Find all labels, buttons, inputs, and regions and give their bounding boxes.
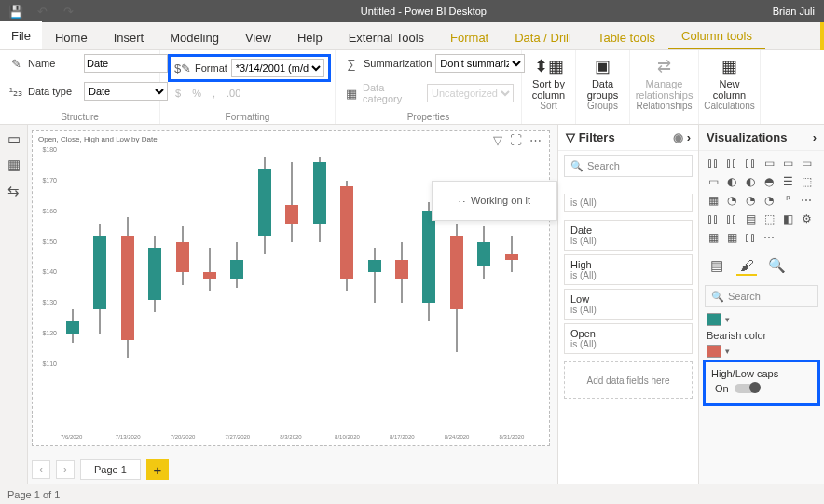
filter-search[interactable]: 🔍 Search [564,155,693,177]
decimal-icon[interactable]: .00 [227,88,240,99]
ribbon-tab-strip: File Home Insert Modeling View Help Exte… [0,22,824,50]
sort-icon: ⬍▦ [537,54,561,78]
next-page-button[interactable]: › [56,460,75,479]
filter-card[interactable]: Highis (All) [564,254,693,285]
collapse-viz-icon[interactable]: › [813,130,817,144]
viz-type-icon[interactable]: ◐ [723,173,740,190]
file-tab[interactable]: File [0,21,42,49]
category-icon: ▦ [343,85,359,102]
report-canvas[interactable]: ▽ ⛶ ⋯ Open, Close, High and Low by Date … [28,125,557,484]
filter-card[interactable]: Openis (All) [564,323,693,354]
sum-select[interactable]: Don't summarize [435,54,525,73]
filter-visual-icon[interactable]: ▽ [493,133,502,147]
viz-type-icon[interactable]: ᴿ [779,192,796,209]
collapse-filters-icon[interactable]: › [687,130,691,144]
analytics-icon[interactable]: 🔍 [766,255,787,276]
viz-type-icon[interactable]: ▭ [705,173,721,190]
viz-title: Visualizations [707,130,787,144]
fields-well-icon[interactable]: ▤ [707,255,727,276]
tab-format[interactable]: Format [437,25,501,49]
name-label: Name [28,58,80,69]
prev-page-button[interactable]: ‹ [32,460,50,479]
data-view-icon[interactable]: ▦ [5,157,23,173]
tab-insert[interactable]: Insert [101,25,158,49]
hlcaps-toggle[interactable]: On [711,383,812,394]
cat-label: Data category [363,82,423,104]
show-filter-icon[interactable]: ◉ [673,130,683,144]
add-filter-drop[interactable]: Add data fields here [564,361,693,399]
viz-type-icon[interactable]: ⋯ [761,229,777,246]
viz-type-icon[interactable]: ⫿⫿ [723,155,740,171]
viz-type-icon[interactable]: ◔ [742,192,759,209]
viz-type-icon[interactable]: ▦ [705,192,721,209]
viz-type-icon[interactable]: ☰ [779,173,796,190]
format-select[interactable]: *3/14/2001 (m/d/yyyy) [231,59,324,77]
viz-type-icon[interactable]: ⫿⫿ [705,211,721,227]
bearish-swatch[interactable] [707,345,721,358]
datatype-label: Data type [28,86,80,97]
candlestick-visual[interactable]: ▽ ⛶ ⋯ Open, Close, High and Low by Date … [32,130,550,446]
viz-type-icon[interactable]: ▦ [705,229,721,246]
x-tick-label: 8/3/2020 [280,434,301,440]
filter-card[interactable]: Dateis (All) [564,220,693,251]
viz-type-icon[interactable]: ◐ [742,173,759,190]
report-view-icon[interactable]: ▭ [5,130,23,147]
filter-card[interactable]: Lowis (All) [564,289,693,320]
viz-type-icon[interactable]: ⫿⫿ [742,155,759,171]
x-tick-label: 7/6/2020 [61,434,82,440]
datatype-select[interactable]: Date [84,82,168,101]
data-groups-button[interactable]: ▣ Data groups [575,54,631,101]
chevron-down-icon[interactable]: ▾ [725,347,730,356]
viz-type-icon[interactable]: ◔ [761,192,777,209]
filter-card-partial[interactable]: is (All) [564,194,693,212]
tab-help[interactable]: Help [284,25,336,49]
viz-type-icon[interactable]: ⫿⫿ [723,211,740,227]
viz-type-icon[interactable]: ⬚ [761,211,777,227]
viz-type-icon[interactable]: ▦ [723,229,740,246]
viz-type-icon[interactable]: ⚙ [798,211,815,227]
focus-mode-icon[interactable]: ⛶ [510,133,522,147]
tab-modeling[interactable]: Modeling [157,25,232,49]
viz-type-icon[interactable]: ⬚ [798,173,815,190]
viz-type-icon[interactable]: ◧ [779,211,796,227]
percent-icon[interactable]: % [192,88,201,99]
format-label: Format [195,62,227,74]
viz-type-icon[interactable]: ▭ [779,155,796,171]
save-icon[interactable]: 💾 [7,3,24,20]
filters-title: Filters [579,130,615,144]
viz-type-icon[interactable]: ⫿⫿ [742,229,759,246]
y-tick-label: $140 [34,268,57,275]
tab-data-drill[interactable]: Data / Drill [501,25,584,49]
currency-icon[interactable]: $ [175,88,181,99]
x-tick-label: 8/24/2020 [445,434,470,440]
tab-home[interactable]: Home [42,25,101,49]
add-page-button[interactable]: + [146,459,169,480]
format-roller-icon[interactable]: 🖌 [736,255,757,276]
format-search[interactable]: 🔍 Search [705,285,818,307]
model-view-icon[interactable]: ⇆ [5,183,23,199]
viz-type-icon[interactable]: ◔ [723,192,740,209]
viz-type-icon[interactable]: ▤ [742,211,759,227]
more-options-icon[interactable]: ⋯ [529,133,542,147]
title-bar: 💾 ↶ ↷ Untitled - Power BI Desktop Brian … [0,0,824,22]
new-column-button[interactable]: ▦ New column [702,54,758,101]
comma-icon[interactable]: , [213,88,215,99]
tab-view[interactable]: View [232,25,284,49]
viz-type-icon[interactable]: ⫿⫿ [705,155,721,171]
bullish-swatch[interactable] [707,313,721,326]
viz-type-icon[interactable]: ▭ [761,155,777,171]
redo-icon[interactable]: ↷ [60,3,76,20]
y-tick-label: $170 [34,177,57,184]
page-tab-1[interactable]: Page 1 [80,459,141,480]
tab-table-tools[interactable]: Table tools [584,25,668,49]
undo-icon[interactable]: ↶ [34,3,50,20]
tab-external-tools[interactable]: External Tools [336,25,437,49]
viz-type-icon[interactable]: ⋯ [798,192,815,209]
tab-column-tools[interactable]: Column tools [668,23,765,49]
viz-type-icon[interactable]: ◓ [761,173,777,190]
name-input[interactable] [84,54,168,73]
chevron-down-icon[interactable]: ▾ [725,315,730,324]
sort-by-column-button[interactable]: ⬍▦ Sort by column [521,54,577,101]
viz-type-icon[interactable]: ▭ [798,155,815,171]
visual-title: Open, Close, High and Low by Date [33,131,549,147]
